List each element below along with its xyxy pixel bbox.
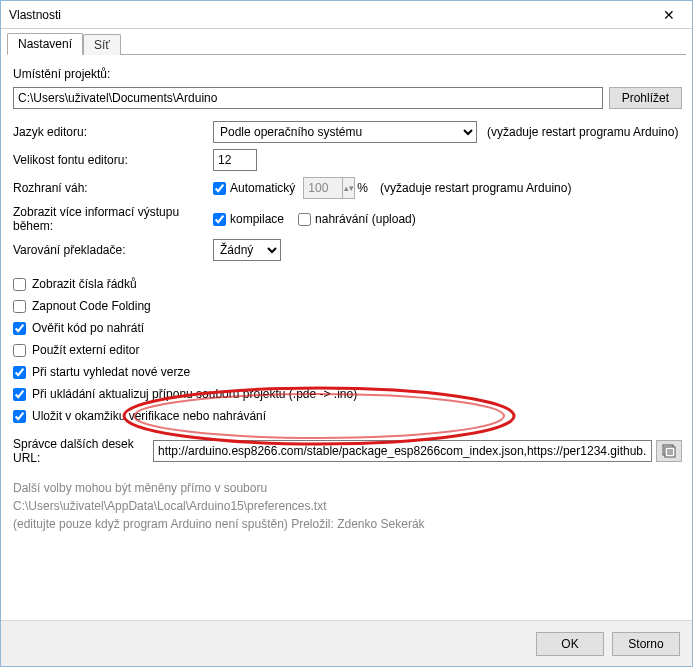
update-extension-label: Při ukládání aktualizuj příponu souboru … (32, 387, 357, 401)
window-title: Vlastnosti (1, 8, 61, 22)
tab-settings[interactable]: Nastavení (7, 33, 83, 55)
boards-url-label: Správce dalších desek URL: (13, 437, 153, 465)
tab-network[interactable]: Síť (83, 34, 121, 55)
verbose-upload-checkbox[interactable] (298, 213, 311, 226)
font-size-input[interactable] (213, 149, 257, 171)
check-updates-label: Při startu vyhledat nové verze (32, 365, 190, 379)
footer: OK Storno (1, 620, 692, 666)
sketchbook-location-label: Umístění projektů: (13, 67, 110, 81)
prefs-file-link[interactable]: C:\Users\uživatel\AppData\Local\Arduino1… (13, 499, 682, 513)
font-size-label: Velikost fontu editoru: (13, 153, 213, 167)
interface-scale-label: Rozhraní váh: (13, 181, 213, 195)
sketchbook-location-input[interactable] (13, 87, 603, 109)
ok-button[interactable]: OK (536, 632, 604, 656)
automatic-label: Automatický (230, 181, 295, 195)
verbose-compile-label: kompilace (230, 212, 284, 226)
requires-restart-note-1: (vyžaduje restart programu Arduino) (487, 125, 678, 139)
close-button[interactable]: ✕ (646, 1, 692, 29)
ok-label: OK (561, 637, 578, 651)
percent-label: % (357, 181, 368, 195)
cancel-label: Storno (628, 637, 663, 651)
more-prefs-note: Další volby mohou být měněny přímo v sou… (13, 481, 682, 495)
interface-scale-auto-checkbox[interactable] (213, 182, 226, 195)
tab-settings-label: Nastavení (18, 37, 72, 51)
close-icon: ✕ (663, 7, 675, 23)
code-folding-label: Zapnout Code Folding (32, 299, 151, 313)
code-folding-checkbox[interactable] (13, 300, 26, 313)
verbose-upload-label: nahrávání (upload) (315, 212, 416, 226)
verify-after-upload-checkbox[interactable] (13, 322, 26, 335)
spinner-buttons: ▴▾ (343, 177, 355, 199)
update-extension-checkbox[interactable] (13, 388, 26, 401)
save-on-verify-checkbox[interactable] (13, 410, 26, 423)
external-editor-checkbox[interactable] (13, 344, 26, 357)
verify-after-upload-label: Ověřit kód po nahrátí (32, 321, 144, 335)
content-area: Umístění projektů: Prohlížet Jazyk edito… (1, 55, 692, 620)
tab-network-label: Síť (94, 38, 110, 52)
compiler-warnings-select[interactable]: Žádný (213, 239, 281, 261)
editor-language-select[interactable]: Podle operačního systému (213, 121, 477, 143)
external-editor-label: Použít externí editor (32, 343, 139, 357)
compiler-warnings-label: Varování překladače: (13, 243, 213, 257)
line-numbers-checkbox[interactable] (13, 278, 26, 291)
requires-restart-note-2: (vyžaduje restart programu Arduino) (380, 181, 571, 195)
editor-language-label: Jazyk editoru: (13, 125, 213, 139)
save-on-verify-label: Uložit v okamžiku verifikace nebo nahráv… (32, 409, 266, 423)
browse-button[interactable]: Prohlížet (609, 87, 682, 109)
tabstrip: Nastavení Síť (7, 33, 686, 55)
edit-urls-button[interactable] (656, 440, 682, 462)
edit-only-note: (editujte pouze když program Arduino nen… (13, 517, 682, 531)
cancel-button[interactable]: Storno (612, 632, 680, 656)
interface-scale-value-input (303, 177, 343, 199)
verbose-output-label: Zobrazit více informací výstupu během: (13, 205, 213, 233)
edit-list-icon (662, 444, 676, 458)
verbose-compile-checkbox[interactable] (213, 213, 226, 226)
browse-label: Prohlížet (622, 91, 669, 105)
line-numbers-label: Zobrazit čísla řádků (32, 277, 137, 291)
check-updates-checkbox[interactable] (13, 366, 26, 379)
titlebar: Vlastnosti ✕ (1, 1, 692, 29)
boards-url-input[interactable] (153, 440, 652, 462)
